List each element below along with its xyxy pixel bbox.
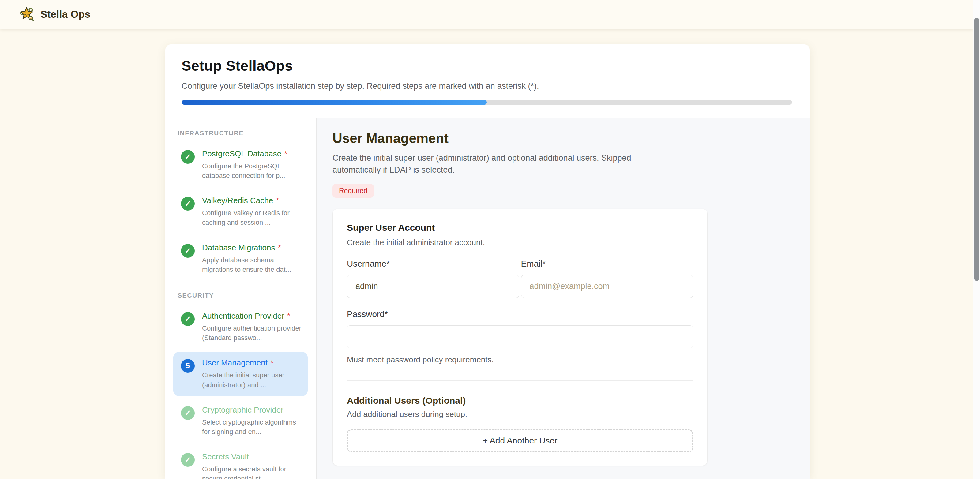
setup-wizard-panel: Setup StellaOps Configure your StellaOps…	[165, 45, 810, 479]
page-scrollbar-track[interactable]	[973, 0, 980, 479]
check-icon: ✓	[181, 244, 195, 258]
section-label: SECURITY	[178, 292, 308, 299]
required-asterisk: *	[276, 196, 279, 205]
check-glyph: ✓	[185, 455, 191, 464]
add-another-user-button[interactable]: + Add Another User	[347, 430, 693, 452]
step-description: Configure Valkey or Redis for caching an…	[202, 208, 303, 227]
card-subtitle: Create the initial administrator account…	[347, 238, 693, 247]
step-number: 5	[186, 362, 190, 370]
sidebar-item-secrets-vault[interactable]: ✓ Secrets Vault Configure a secrets vaul…	[173, 446, 308, 479]
check-icon: ✓	[181, 453, 195, 467]
step-description: Create the initial super user (administr…	[202, 370, 303, 389]
top-bar: Stella Ops	[0, 0, 973, 29]
step-content: User Management Create the initial super…	[317, 118, 810, 479]
page-title: User Management	[332, 131, 810, 146]
super-user-account-card: Super User Account Create the initial ad…	[332, 209, 708, 466]
sidebar-item-authentication-provider[interactable]: ✓ Authentication Provider* Configure aut…	[173, 305, 308, 349]
page-description: Create the initial super user (administr…	[332, 152, 668, 176]
password-hint: Must meet password policy requirements.	[347, 355, 693, 364]
email-input[interactable]	[521, 275, 694, 298]
wizard-title: Setup StellaOps	[181, 57, 792, 74]
email-label: Email*	[521, 259, 694, 269]
check-glyph: ✓	[185, 153, 191, 161]
section-infrastructure: INFRASTRUCTURE ✓ PostgreSQL Database* Co…	[173, 129, 308, 281]
step-texts: PostgreSQL Database* Configure the Postg…	[202, 150, 303, 180]
step-texts: Cryptographic Provider Select cryptograp…	[202, 406, 303, 436]
username-field-group: Username*	[347, 259, 519, 298]
step-description: Select cryptographic algorithms for sign…	[202, 417, 303, 436]
section-label: INFRASTRUCTURE	[178, 129, 308, 137]
setup-progress-bar	[181, 100, 792, 105]
brand-title: Stella Ops	[40, 9, 90, 20]
check-glyph: ✓	[185, 199, 191, 208]
sidebar-item-cryptographic-provider[interactable]: ✓ Cryptographic Provider Select cryptogr…	[173, 399, 308, 443]
steps-sidebar: INFRASTRUCTURE ✓ PostgreSQL Database* Co…	[165, 118, 317, 479]
username-input[interactable]	[347, 275, 519, 298]
required-asterisk: *	[287, 311, 290, 320]
additional-users-title: Additional Users (Optional)	[347, 395, 693, 406]
check-icon: ✓	[181, 406, 195, 420]
step-description: Apply database schema migrations to ensu…	[202, 255, 303, 274]
step-title: Secrets Vault	[202, 452, 303, 461]
card-title: Super User Account	[347, 223, 693, 233]
username-label: Username*	[347, 259, 519, 269]
step-title: Authentication Provider*	[202, 312, 303, 321]
check-icon: ✓	[181, 150, 195, 164]
step-texts: Secrets Vault Configure a secrets vault …	[202, 452, 303, 479]
step-title: Cryptographic Provider	[202, 406, 303, 415]
sidebar-item-postgresql-database[interactable]: ✓ PostgreSQL Database* Configure the Pos…	[173, 143, 308, 187]
step-texts: Authentication Provider* Configure authe…	[202, 312, 303, 342]
sidebar-item-user-management[interactable]: 5 User Management* Create the initial su…	[173, 352, 308, 396]
check-glyph: ✓	[185, 315, 191, 323]
required-asterisk: *	[284, 149, 287, 158]
step-texts: User Management* Create the initial supe…	[202, 358, 303, 389]
progress-fill	[181, 100, 487, 105]
step-number-badge: 5	[181, 359, 195, 373]
password-field-group: Password* Must meet password policy requ…	[347, 309, 693, 364]
additional-users-subtitle: Add additional users during setup.	[347, 409, 693, 419]
check-icon: ✓	[181, 312, 195, 326]
required-asterisk: *	[278, 243, 281, 252]
section-security: SECURITY ✓ Authentication Provider* Conf…	[173, 292, 308, 479]
step-description: Configure the PostgreSQL database connec…	[202, 161, 303, 180]
email-field-group: Email*	[521, 259, 694, 298]
password-label: Password*	[347, 309, 693, 319]
step-title: Database Migrations*	[202, 243, 303, 253]
step-title: User Management*	[202, 358, 303, 368]
check-glyph: ✓	[185, 247, 191, 255]
page-scrollbar-thumb[interactable]	[975, 18, 979, 281]
required-badge: Required	[332, 184, 374, 198]
wizard-header: Setup StellaOps Configure your StellaOps…	[165, 45, 810, 118]
check-icon: ✓	[181, 197, 195, 210]
wizard-subtitle: Configure your StellaOps installation st…	[181, 81, 792, 91]
step-texts: Database Migrations* Apply database sche…	[202, 243, 303, 274]
required-asterisk: *	[270, 358, 274, 367]
step-texts: Valkey/Redis Cache* Configure Valkey or …	[202, 196, 303, 227]
password-input[interactable]	[347, 325, 693, 348]
step-title: PostgreSQL Database*	[202, 150, 303, 159]
stella-ops-logo-icon	[19, 7, 34, 22]
sidebar-item-database-migrations[interactable]: ✓ Database Migrations* Apply database sc…	[173, 237, 308, 281]
check-glyph: ✓	[185, 409, 191, 417]
card-divider	[347, 380, 693, 381]
step-description: Configure authentication provider (Stand…	[202, 323, 303, 342]
sidebar-item-valkey-redis-cache[interactable]: ✓ Valkey/Redis Cache* Configure Valkey o…	[173, 190, 308, 234]
step-title: Valkey/Redis Cache*	[202, 196, 303, 205]
step-description: Configure a secrets vault for secure cre…	[202, 464, 303, 479]
